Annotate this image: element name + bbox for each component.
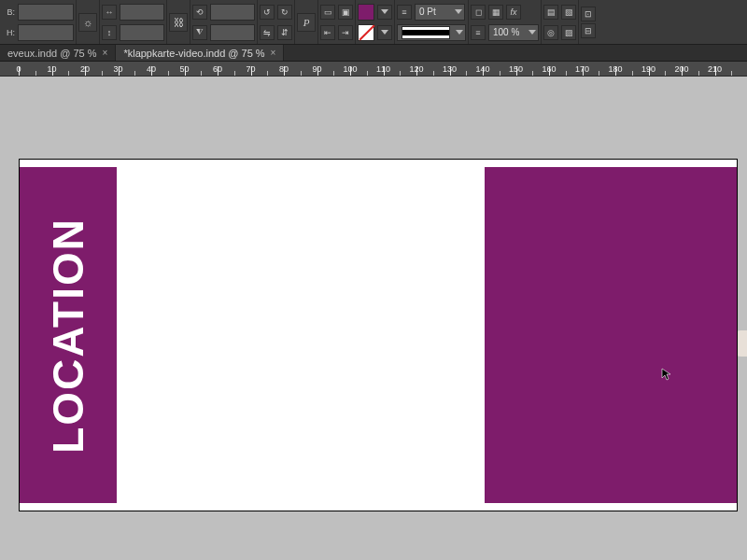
width-label: B: [2, 7, 15, 17]
text-wrap-object-icon[interactable]: ◎ [543, 25, 558, 40]
ruler-minor-tick [201, 71, 202, 76]
fill-menu-icon[interactable] [377, 5, 392, 20]
ruler-minor-tick [466, 71, 467, 76]
text-wrap-jump-icon[interactable]: ▨ [561, 25, 576, 40]
fx-icon[interactable]: fx [506, 5, 521, 20]
ruler-minor-tick [234, 71, 235, 76]
fill-swatch[interactable] [358, 4, 374, 21]
ruler-minor-tick [433, 71, 434, 76]
scale-y-field[interactable] [120, 24, 164, 41]
ruler-number: 130 [443, 64, 457, 74]
corner-options-icon[interactable]: ◻ [471, 5, 486, 20]
stroke-weight-dropdown[interactable]: 0 Pt [415, 4, 465, 21]
select-prev-icon[interactable]: ⇤ [320, 25, 335, 40]
ruler-number: 30 [113, 64, 122, 74]
shear-field[interactable] [210, 24, 255, 41]
close-icon[interactable]: × [271, 48, 276, 58]
horizontal-ruler[interactable]: 0102030405060708090100110120130140150160… [0, 62, 747, 77]
constrain-proportions-icon[interactable]: ⛓ [169, 13, 188, 32]
text-wrap-none-icon[interactable]: ▤ [543, 5, 558, 20]
ruler-number: 90 [312, 64, 321, 74]
ruler-number: 190 [641, 64, 655, 74]
rotate-icon: ⟲ [192, 5, 207, 20]
chevron-down-icon [456, 30, 463, 35]
ruler-minor-tick [333, 71, 334, 76]
opacity-stepper-icon[interactable]: ≡ [471, 25, 486, 40]
document-tab[interactable]: eveux.indd @ 75 % × [0, 45, 116, 61]
pasteboard[interactable]: LOCATION [0, 77, 747, 560]
scale-x-icon: ↔ [102, 5, 117, 20]
flip-horizontal-icon[interactable]: ⇋ [260, 25, 275, 40]
ruler-number: 60 [213, 64, 222, 74]
ruler-minor-tick [731, 71, 732, 76]
rotate-ccw-icon[interactable]: ↺ [260, 5, 275, 20]
ruler-minor-tick [599, 71, 599, 76]
document-tab-bar: eveux.indd @ 75 % × *klappkarte-video.in… [0, 45, 747, 62]
close-icon[interactable]: × [103, 48, 108, 58]
chevron-down-icon [455, 9, 462, 14]
ruler-minor-tick [532, 71, 533, 76]
scale-group: ↔ ↕ [100, 0, 167, 44]
ruler-number: 20 [80, 64, 90, 74]
scale-y-icon: ↕ [102, 25, 117, 40]
stroke-swatch[interactable] [358, 24, 374, 41]
fit-content-icon[interactable]: ⊡ [581, 7, 596, 21]
rotate-cw-icon[interactable]: ↻ [277, 5, 292, 20]
opacity-dropdown[interactable]: 100 % [488, 24, 539, 41]
ruler-number: 50 [179, 64, 189, 74]
ruler-number: 150 [509, 64, 523, 74]
constrain-group: ⛓ [167, 0, 190, 44]
ruler-minor-tick [267, 71, 268, 76]
arrange-group: ▭ ▣ ⇤ ⇥ [318, 0, 356, 44]
scale-x-field[interactable] [120, 4, 164, 21]
ruler-minor-tick [301, 71, 302, 76]
select-container-icon[interactable]: ▭ [320, 5, 335, 20]
paragraph-format-icon[interactable]: P [297, 13, 316, 32]
right-panel[interactable] [485, 167, 737, 503]
fit-frame-icon[interactable]: ⊟ [581, 23, 596, 38]
fill-stroke-group [356, 0, 395, 44]
gap-tool-icon[interactable]: ☼ [78, 13, 97, 32]
fit-group: ⊡ ⊟ [579, 0, 598, 44]
document-tab[interactable]: *klappkarte-video.indd @ 75 % × [116, 45, 284, 61]
ruler-number: 40 [147, 64, 156, 74]
opacity-value: 100 % [493, 27, 519, 37]
ruler-number: 70 [246, 64, 255, 74]
ruler-minor-tick [68, 71, 69, 76]
flip-vertical-icon[interactable]: ⇵ [277, 25, 292, 40]
char-format-group: P [295, 0, 318, 44]
select-next-icon[interactable]: ⇥ [338, 25, 353, 40]
select-content-icon[interactable]: ▣ [338, 5, 353, 20]
stroke-style-dropdown[interactable] [397, 24, 466, 41]
rotate-shear-group: ⟲ ⧨ [190, 0, 258, 44]
height-label: H: [2, 28, 15, 37]
ruler-minor-tick [367, 71, 368, 76]
ruler-minor-tick [35, 71, 36, 76]
ruler-minor-tick [632, 71, 633, 76]
ruler-number: 10 [47, 64, 56, 74]
height-field[interactable] [18, 24, 74, 41]
ruler-minor-tick [698, 71, 699, 76]
wrap-group: ▤ ▧ ◎ ▨ [542, 0, 579, 44]
ruler-number: 200 [674, 64, 688, 74]
drop-shadow-icon[interactable]: ▦ [488, 5, 503, 20]
ruler-minor-tick [168, 71, 169, 76]
page-spread[interactable]: LOCATION [19, 159, 738, 511]
ruler-number: 140 [475, 64, 489, 74]
rotate-flip-group: ↺ ↻ ⇋ ⇵ [258, 0, 295, 44]
control-bar: B: H: ☼ ↔ ↕ ⛓ ⟲ ⧨ ↺ [0, 0, 747, 45]
ruler-number: 170 [575, 64, 589, 74]
sidebar-panel[interactable]: LOCATION [20, 167, 117, 503]
shear-icon: ⧨ [192, 25, 207, 40]
white-band-top [20, 160, 737, 167]
ruler-minor-tick [566, 71, 567, 76]
stroke-menu-icon[interactable] [377, 25, 392, 40]
rotate-field[interactable] [210, 4, 255, 21]
tab-label: eveux.indd @ 75 % [7, 48, 97, 59]
width-field[interactable] [18, 4, 74, 21]
gap-tool-group: ☼ [77, 0, 100, 44]
content-panel[interactable] [117, 167, 485, 503]
text-wrap-bounding-icon[interactable]: ▧ [561, 5, 576, 20]
stroke-weight-stepper-icon[interactable]: ≡ [397, 5, 412, 20]
effects-group: ◻ ▦ fx ≡ 100 % [469, 0, 542, 44]
